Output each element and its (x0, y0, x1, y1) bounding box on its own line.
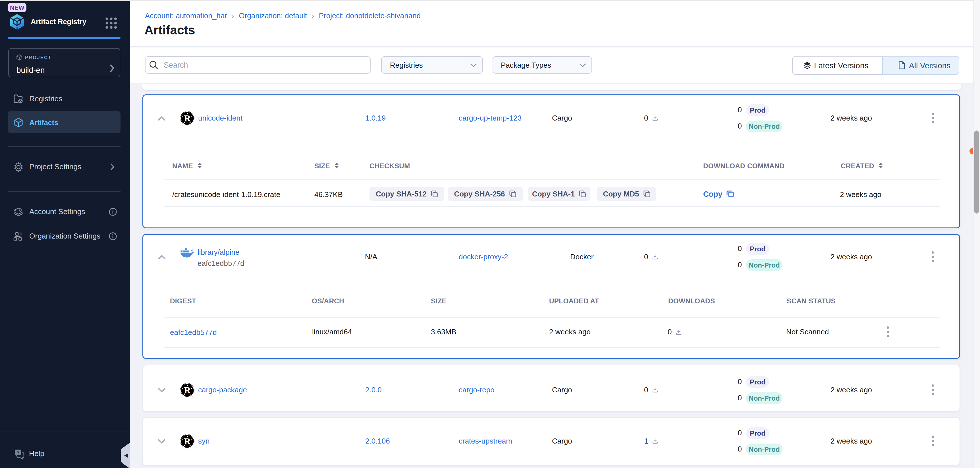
svg-text:?: ? (16, 450, 19, 455)
